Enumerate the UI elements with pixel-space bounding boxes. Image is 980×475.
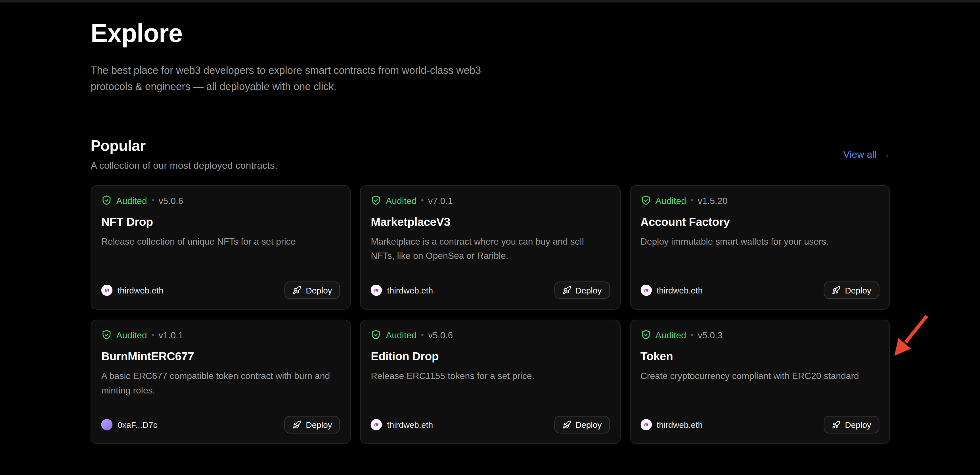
contract-card-burnminterc677[interactable]: Audited • v1.0.1 BurnMintERC677 A basic … [91,320,351,444]
contract-description: Marketplace is a contract where you can … [371,235,610,263]
popular-section-titles: Popular A collection of our most deploye… [91,137,277,171]
thirdweb-avatar [371,285,382,296]
card-footer: 0xaF...D7c Deploy [101,416,340,434]
contract-version: v5.0.6 [159,196,183,206]
rocket-icon [832,420,841,429]
section-title: Popular [91,137,277,155]
rocket-icon [562,286,571,295]
rocket-icon [562,420,571,429]
rocket-icon [293,286,302,295]
thirdweb-avatar [641,285,652,296]
deploy-button[interactable]: Deploy [824,416,880,434]
deploy-button-label: Deploy [306,285,332,295]
publisher[interactable]: thirdweb.eth [371,419,433,430]
contract-version: v1.0.1 [159,330,183,340]
top-bar-edge [0,0,980,3]
contract-card-marketplacev3[interactable]: Audited • v7.0.1 MarketplaceV3 Marketpla… [360,185,620,310]
badge-row: Audited • v5.0.6 [371,330,610,340]
contract-card-account-factory[interactable]: Audited • v1.5.20 Account Factory Deploy… [630,185,890,310]
publisher[interactable]: thirdweb.eth [371,285,433,296]
thirdweb-avatar [641,419,652,430]
audited-badge: Audited [116,196,147,206]
rocket-icon [832,286,841,295]
view-all-label: View all [843,148,877,160]
main-content: Explore The best place for web3 develope… [91,19,890,444]
thirdweb-avatar [371,419,382,430]
card-footer: thirdweb.eth Deploy [101,282,340,299]
deploy-button[interactable]: Deploy [554,282,610,299]
address-avatar [101,419,113,430]
contract-version: v7.0.1 [428,196,453,206]
dot-separator: • [151,330,154,340]
contract-name[interactable]: NFT Drop [101,215,340,229]
shield-check-icon [641,195,651,206]
audited-badge: Audited [655,330,686,340]
deploy-button-label: Deploy [576,285,602,295]
contract-name[interactable]: Edition Drop [371,350,610,363]
contract-version: v5.0.6 [428,330,453,340]
dot-separator: • [690,330,693,340]
audited-badge: Audited [116,330,147,340]
badge-row: Audited • v5.0.3 [641,330,880,340]
contract-version: v1.5.20 [698,196,728,206]
contract-name[interactable]: Account Factory [641,215,880,229]
publisher[interactable]: thirdweb.eth [101,285,164,296]
contracts-grid: Audited • v5.0.6 NFT Drop Release collec… [91,185,890,444]
shield-check-icon [371,195,381,206]
publisher-name: thirdweb.eth [657,285,703,295]
contract-version: v5.0.3 [698,330,722,340]
deploy-button[interactable]: Deploy [285,416,340,434]
dot-separator: • [421,196,424,205]
annotation-arrow-icon [887,311,934,364]
badge-row: Audited • v1.0.1 [101,330,340,340]
contract-card-token[interactable]: Audited • v5.0.3 Token Create cryptocurr… [630,320,890,444]
publisher[interactable]: thirdweb.eth [641,419,703,430]
contract-description: A basic ERC677 compatible token contract… [101,369,340,398]
publisher-name: thirdweb.eth [118,285,164,295]
badge-row: Audited • v1.5.20 [641,195,880,206]
badge-row: Audited • v5.0.6 [101,195,340,206]
dot-separator: • [690,196,693,205]
popular-section-header: Popular A collection of our most deploye… [91,137,890,171]
contract-name[interactable]: BurnMintERC677 [101,350,340,363]
deploy-button[interactable]: Deploy [554,416,610,434]
audited-badge: Audited [386,330,417,340]
publisher-name: thirdweb.eth [387,420,433,429]
contract-description: Deploy immutable smart wallets for your … [641,235,880,249]
rocket-icon [293,420,302,429]
contract-card-edition-drop[interactable]: Audited • v5.0.6 Edition Drop Release ER… [360,320,620,444]
dot-separator: • [421,330,424,340]
audited-badge: Audited [655,196,686,206]
card-footer: thirdweb.eth Deploy [641,282,880,299]
publisher[interactable]: 0xaF...D7c [101,419,158,430]
contract-description: Create cryptocurrency compliant with ERC… [641,369,880,384]
explore-page: Explore The best place for web3 develope… [0,0,980,475]
view-all-link[interactable]: View all → [843,148,890,160]
shield-check-icon [371,330,381,340]
thirdweb-avatar [101,285,113,296]
shield-check-icon [101,330,112,340]
deploy-button-label: Deploy [845,420,871,429]
card-footer: thirdweb.eth Deploy [371,282,610,299]
arrow-right-icon: → [880,148,890,160]
page-title: Explore [91,19,890,48]
contract-name[interactable]: Token [641,350,880,363]
contract-name[interactable]: MarketplaceV3 [371,215,610,229]
contract-description: Release ERC1155 tokens for a set price. [371,369,610,384]
publisher-name: 0xaF...D7c [118,420,157,429]
deploy-button[interactable]: Deploy [285,282,340,299]
deploy-button[interactable]: Deploy [824,282,880,299]
card-footer: thirdweb.eth Deploy [371,416,610,434]
deploy-button-label: Deploy [576,420,602,429]
publisher[interactable]: thirdweb.eth [641,285,703,296]
audited-badge: Audited [386,196,417,206]
contract-card-nft-drop[interactable]: Audited • v5.0.6 NFT Drop Release collec… [91,185,351,310]
deploy-button-label: Deploy [306,420,332,429]
shield-check-icon [101,195,112,206]
dot-separator: • [151,196,154,205]
card-footer: thirdweb.eth Deploy [641,416,880,434]
deploy-button-label: Deploy [845,285,871,295]
publisher-name: thirdweb.eth [387,285,433,295]
contract-description: Release collection of unique NFTs for a … [101,235,340,249]
badge-row: Audited • v7.0.1 [371,195,610,206]
